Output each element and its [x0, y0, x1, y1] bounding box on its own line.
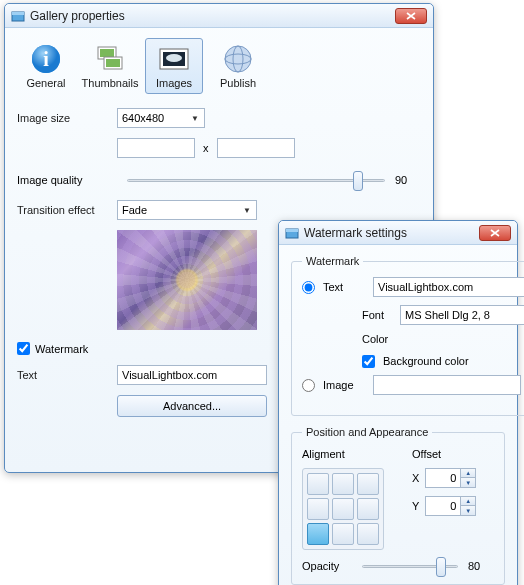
x-label: X	[412, 472, 419, 484]
app-icon	[11, 9, 25, 23]
quality-label: Image quality	[17, 174, 117, 186]
tab-publish[interactable]: Publish	[209, 38, 267, 94]
transition-label: Transition effect	[17, 204, 117, 216]
quality-slider[interactable]	[127, 179, 385, 182]
align-tr[interactable]	[357, 473, 379, 495]
watermark-text-input[interactable]	[117, 365, 267, 385]
offset-label: Offset	[412, 448, 476, 460]
text-label: Text	[17, 369, 117, 381]
group-legend: Watermark	[302, 255, 363, 267]
opacity-slider[interactable]	[362, 565, 458, 568]
align-bc[interactable]	[332, 523, 354, 545]
offset-x-input[interactable]	[425, 468, 461, 488]
tab-bar: i General Thumbnails Images Pu	[17, 38, 421, 94]
window-title: Watermark settings	[304, 226, 479, 240]
tab-label: Images	[156, 77, 192, 89]
image-size-select[interactable]: 640x480 ▼	[117, 108, 205, 128]
radio-text-label: Text	[323, 281, 365, 293]
spin-up-icon[interactable]: ▲	[461, 469, 475, 478]
align-ml[interactable]	[307, 498, 329, 520]
alignment-label: Aligment	[302, 448, 384, 460]
alignment-grid	[302, 468, 384, 550]
images-icon	[158, 43, 190, 75]
combo-value: MS Shell Dlg 2, 8	[405, 309, 490, 321]
svg-point-11	[166, 54, 182, 62]
opacity-value: 80	[468, 560, 494, 572]
chevron-down-icon: ▼	[240, 203, 254, 217]
wm-text-input[interactable]	[373, 277, 524, 297]
info-icon: i	[30, 43, 62, 75]
svg-rect-1	[12, 12, 24, 15]
dim-x-label: x	[203, 142, 209, 154]
align-br[interactable]	[357, 523, 379, 545]
color-label: Color	[362, 333, 392, 345]
titlebar: Gallery properties	[5, 4, 433, 28]
app-icon	[285, 226, 299, 240]
position-group: Position and Appearance Aligment	[291, 426, 505, 585]
tab-general[interactable]: i General	[17, 38, 75, 94]
svg-rect-8	[106, 59, 120, 67]
transition-preview	[117, 230, 257, 330]
tab-label: Thumbnails	[82, 77, 139, 89]
tab-label: General	[26, 77, 65, 89]
offset-y-spinner[interactable]: ▲▼	[425, 496, 476, 516]
spin-down-icon[interactable]: ▼	[461, 478, 475, 487]
titlebar: Watermark settings	[279, 221, 517, 245]
align-tl[interactable]	[307, 473, 329, 495]
group-legend: Position and Appearance	[302, 426, 432, 438]
close-button[interactable]	[479, 225, 511, 241]
radio-text[interactable]	[302, 281, 315, 294]
transition-select[interactable]: Fade ▼	[117, 200, 257, 220]
bgcolor-checkbox[interactable]	[362, 355, 375, 368]
tab-thumbnails[interactable]: Thumbnails	[81, 38, 139, 94]
height-input[interactable]	[217, 138, 295, 158]
align-mc[interactable]	[332, 498, 354, 520]
width-input[interactable]	[117, 138, 195, 158]
svg-rect-16	[286, 229, 298, 232]
align-mr[interactable]	[357, 498, 379, 520]
align-bl[interactable]	[307, 523, 329, 545]
font-label: Font	[362, 309, 392, 321]
tab-label: Publish	[220, 77, 256, 89]
svg-point-12	[225, 46, 251, 72]
watermark-checkbox[interactable]	[17, 342, 30, 355]
offset-x-spinner[interactable]: ▲▼	[425, 468, 476, 488]
window-title: Gallery properties	[30, 9, 395, 23]
slider-thumb[interactable]	[353, 171, 363, 191]
svg-rect-6	[100, 49, 114, 57]
quality-value: 90	[395, 174, 421, 186]
advanced-button[interactable]: Advanced...	[117, 395, 267, 417]
spin-down-icon[interactable]: ▼	[461, 506, 475, 515]
combo-value: 640x480	[122, 112, 164, 124]
close-button[interactable]	[395, 8, 427, 24]
slider-thumb[interactable]	[436, 557, 446, 577]
watermark-group: Watermark Text Font MS Shell Dlg 2, 8 Co…	[291, 255, 524, 416]
y-label: Y	[412, 500, 419, 512]
thumbnails-icon	[94, 43, 126, 75]
offset-y-input[interactable]	[425, 496, 461, 516]
publish-icon	[222, 43, 254, 75]
combo-value: Fade	[122, 204, 147, 216]
spin-up-icon[interactable]: ▲	[461, 497, 475, 506]
svg-text:i: i	[43, 48, 49, 70]
radio-image-label: Image	[323, 379, 365, 391]
watermark-chk-label: Watermark	[35, 343, 88, 355]
chevron-down-icon: ▼	[188, 111, 202, 125]
tab-images[interactable]: Images	[145, 38, 203, 94]
image-size-label: Image size	[17, 112, 117, 124]
bgcolor-label: Background color	[383, 355, 469, 367]
radio-image[interactable]	[302, 379, 315, 392]
wm-image-input[interactable]	[373, 375, 521, 395]
watermark-settings-window: Watermark settings Watermark Text Font M…	[278, 220, 518, 585]
opacity-label: Opacity	[302, 560, 352, 572]
font-select[interactable]: MS Shell Dlg 2, 8	[400, 305, 524, 325]
align-tc[interactable]	[332, 473, 354, 495]
